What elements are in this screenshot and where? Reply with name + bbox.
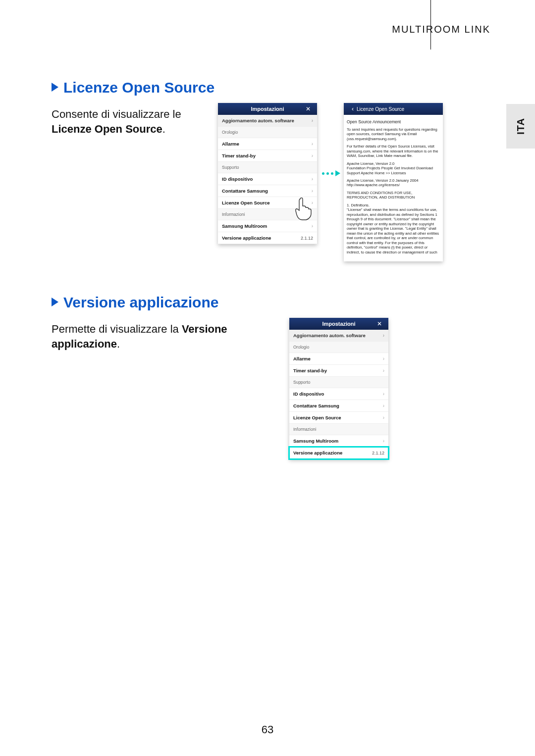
- chevron-right-icon: ›: [312, 153, 313, 158]
- phone-header-title: Impostazioni: [251, 106, 284, 112]
- phone-header-title: Licenze Open Source: [357, 106, 404, 112]
- list-item[interactable]: Samsung Multiroom›: [218, 220, 317, 232]
- list-item[interactable]: Samsung Multiroom›: [289, 435, 388, 447]
- list-item[interactable]: Aggiornamento autom. software›: [289, 330, 388, 342]
- phone-header: Impostazioni ✕: [289, 318, 388, 330]
- page-number: 63: [0, 723, 535, 736]
- screenshot-settings-2: Impostazioni ✕ Aggiornamento autom. soft…: [289, 318, 388, 459]
- manual-page: MULTIROOM LINK ITA Licenze Open Source C…: [0, 0, 535, 756]
- chevron-right-icon: ›: [383, 333, 384, 338]
- tap-finger-icon: [293, 197, 313, 221]
- phone-header-title: Impostazioni: [322, 321, 355, 327]
- screenshot-settings-1: Impostazioni ✕ Aggiornamento autom. soft…: [218, 103, 317, 244]
- chevron-right-icon: ›: [383, 403, 384, 408]
- triangle-bullet-icon: [52, 298, 58, 306]
- chevron-right-icon: ›: [312, 223, 313, 229]
- close-icon[interactable]: ✕: [302, 103, 314, 115]
- chevron-right-icon: ›: [312, 188, 313, 194]
- list-item-app-version: Versione applicazione2.1.12: [289, 447, 388, 459]
- list-item[interactable]: Timer stand-by›: [218, 150, 317, 162]
- section-body: Permette di visualizzare la Versione app…: [52, 322, 235, 351]
- screenshot-license-detail: ‹ Licenze Open Source Open Source Announ…: [344, 103, 443, 261]
- chevron-right-icon: ›: [383, 391, 384, 397]
- chevron-right-icon: ›: [383, 368, 384, 373]
- chevron-right-icon: ›: [383, 415, 384, 420]
- section-body: Consente di visualizzare le Licenze Open…: [52, 107, 210, 136]
- back-icon[interactable]: ‹: [347, 103, 359, 115]
- list-item[interactable]: Aggiornamento autom. software›: [218, 115, 317, 127]
- chevron-right-icon: ›: [312, 118, 313, 123]
- list-item[interactable]: Contattare Samsung›: [289, 400, 388, 412]
- chevron-right-icon: ›: [383, 438, 384, 444]
- phone-header: ‹ Licenze Open Source: [344, 103, 443, 115]
- list-item[interactable]: Contattare Samsung›: [218, 185, 317, 197]
- list-item[interactable]: Allarme›: [289, 353, 388, 365]
- list-item[interactable]: Licenze Open Source›: [289, 412, 388, 424]
- section-title: Versione applicazione: [52, 294, 438, 311]
- chevron-right-icon: ›: [312, 141, 313, 147]
- list-item[interactable]: Allarme›: [218, 138, 317, 150]
- language-tab-label: ITA: [515, 118, 527, 135]
- list-section-header: Orologio: [289, 342, 388, 353]
- triangle-bullet-icon: [52, 83, 58, 92]
- list-item[interactable]: ID dispositivo›: [289, 388, 388, 400]
- list-section-header: Informazioni: [289, 424, 388, 435]
- dotted-arrow-icon: [322, 170, 340, 176]
- license-text: Open Source Announcement To send inquiri…: [344, 115, 443, 261]
- language-tab: ITA: [506, 104, 535, 149]
- list-item: Versione applicazione2.1.12: [218, 232, 317, 244]
- close-icon[interactable]: ✕: [374, 318, 385, 330]
- list-section-header: Supporto: [218, 162, 317, 173]
- section-title: Licenze Open Source: [52, 79, 438, 96]
- chevron-right-icon: ›: [383, 356, 384, 361]
- list-section-header: Orologio: [218, 127, 317, 138]
- header-title: MULTIROOM LINK: [392, 24, 490, 35]
- chevron-right-icon: ›: [312, 176, 313, 182]
- phone-header: Impostazioni ✕: [218, 103, 317, 115]
- list-item[interactable]: Timer stand-by›: [289, 365, 388, 377]
- list-section-header: Supporto: [289, 377, 388, 388]
- list-item[interactable]: ID dispositivo›: [218, 173, 317, 185]
